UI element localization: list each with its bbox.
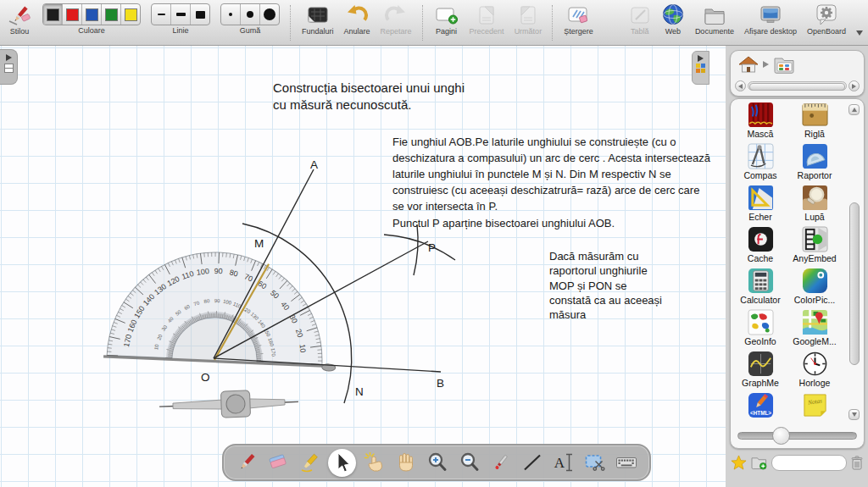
library-item-echer[interactable]: Echer bbox=[733, 185, 787, 226]
scroll-left-button[interactable] bbox=[735, 80, 746, 91]
show-desktop-button[interactable]: Afișare desktop bbox=[744, 3, 797, 36]
colorpicker-icon bbox=[802, 268, 828, 294]
tool-marker[interactable] bbox=[297, 450, 322, 475]
tool-eraser[interactable] bbox=[265, 450, 291, 475]
documents-folder-icon bbox=[702, 3, 727, 26]
library-item-cache[interactable]: Cache bbox=[733, 226, 787, 268]
web-mode-button[interactable]: Web bbox=[661, 3, 685, 36]
tool-capture[interactable] bbox=[582, 450, 608, 475]
scroll-track[interactable] bbox=[748, 81, 847, 91]
library-item-raportor[interactable]: Raportor bbox=[787, 143, 842, 185]
color-swatch-red[interactable] bbox=[63, 4, 82, 25]
line-tool-icon bbox=[521, 451, 543, 473]
zoom-out-icon bbox=[459, 451, 481, 473]
tool-pen[interactable] bbox=[234, 450, 259, 475]
scroll-thumb[interactable] bbox=[749, 83, 845, 91]
icon-size-slider-thumb[interactable] bbox=[772, 427, 790, 445]
web-mode-label: Web bbox=[665, 27, 681, 36]
library-scroll-thumb[interactable] bbox=[849, 202, 860, 365]
tool-interact[interactable] bbox=[362, 450, 387, 475]
home-icon[interactable] bbox=[738, 55, 759, 74]
previous-page-button[interactable]: Precedent bbox=[470, 3, 504, 36]
line-width-thick[interactable] bbox=[191, 4, 209, 25]
library-item-calculator[interactable]: Calculator bbox=[733, 268, 787, 309]
scroll-right-button[interactable] bbox=[849, 80, 860, 91]
toolbar-collapse-caret[interactable] bbox=[856, 30, 863, 36]
calculator-icon bbox=[748, 268, 774, 294]
pages-button[interactable]: Pagini bbox=[434, 3, 459, 36]
line-width-thin[interactable] bbox=[152, 4, 171, 25]
icon-size-slider[interactable] bbox=[737, 432, 857, 440]
library-item-horloge[interactable]: Horloge bbox=[787, 351, 842, 392]
tool-keyboard[interactable] bbox=[614, 450, 639, 475]
new-folder-icon[interactable] bbox=[751, 456, 767, 470]
color-swatch-green[interactable] bbox=[102, 4, 121, 25]
library-panel: Mască Riglă bbox=[730, 98, 865, 449]
cache-icon bbox=[748, 226, 774, 252]
interactivities-folder-icon[interactable] bbox=[773, 55, 795, 74]
erase-content-icon bbox=[566, 3, 590, 26]
favorites-star-icon[interactable] bbox=[731, 455, 747, 471]
library-drawer-tab[interactable] bbox=[692, 51, 709, 85]
html-widget-icon: <HTML> bbox=[748, 392, 774, 418]
expand-right-icon bbox=[698, 55, 704, 62]
desktop-monitor-icon bbox=[758, 3, 783, 26]
tool-zoom-out[interactable] bbox=[457, 450, 482, 475]
tool-text[interactable]: A bbox=[551, 450, 576, 475]
library-item-lupa[interactable]: Lupă bbox=[787, 185, 842, 226]
erase-content-label: Ștergere bbox=[564, 27, 593, 36]
tool-zoom-in[interactable] bbox=[425, 450, 450, 475]
library-item-masca[interactable]: Mască bbox=[733, 102, 787, 143]
library-item-compas[interactable]: Compas bbox=[733, 143, 787, 185]
marker-icon bbox=[298, 451, 320, 473]
undo-button[interactable]: Anulare bbox=[344, 3, 370, 36]
library-scroll-down-button[interactable] bbox=[849, 409, 860, 420]
color-swatch-blue[interactable] bbox=[82, 4, 102, 25]
previous-page-icon bbox=[476, 3, 498, 26]
breadcrumb-chevron-icon bbox=[763, 61, 769, 68]
library-item-colorpicker[interactable]: ColorPic... bbox=[787, 268, 842, 309]
eraser-small[interactable] bbox=[221, 4, 241, 25]
zoom-in-icon bbox=[426, 451, 448, 473]
horloge-icon bbox=[802, 351, 828, 377]
color-swatch-yellow[interactable] bbox=[121, 4, 140, 25]
erase-content-button[interactable]: Ștergere bbox=[564, 3, 593, 36]
tool-laser[interactable] bbox=[488, 450, 514, 475]
lupa-icon bbox=[802, 185, 828, 211]
documents-button[interactable]: Documente bbox=[695, 3, 734, 36]
echer-icon bbox=[748, 185, 774, 211]
text-tool-icon: A bbox=[554, 453, 573, 472]
tool-line[interactable] bbox=[520, 450, 545, 475]
backgrounds-button[interactable]: Fundaluri bbox=[302, 3, 334, 36]
next-page-button[interactable]: Următor bbox=[515, 3, 542, 36]
line-width-medium[interactable] bbox=[171, 4, 191, 25]
tool-selector[interactable] bbox=[328, 449, 356, 477]
eraser-size-group: Gumă bbox=[220, 3, 280, 35]
openboard-menu-button[interactable]: OpenBoard bbox=[807, 3, 846, 36]
board-mode-button[interactable]: Tablă bbox=[629, 3, 651, 36]
next-page-icon bbox=[517, 3, 539, 26]
library-item-rigla[interactable]: Riglă bbox=[787, 102, 842, 143]
raportor-icon bbox=[802, 143, 828, 169]
library-item-notas[interactable]: Notas bbox=[787, 392, 842, 434]
pages-label: Pagini bbox=[436, 27, 457, 36]
color-swatch-black[interactable] bbox=[43, 4, 63, 25]
trash-icon[interactable] bbox=[851, 456, 863, 470]
library-item-anyembed[interactable]: AnyEmbed bbox=[787, 226, 842, 268]
stylus-toolbar: A bbox=[222, 444, 651, 481]
redo-button[interactable]: Repetare bbox=[381, 3, 412, 36]
library-item-geoinfo[interactable]: GeoInfo bbox=[733, 309, 787, 351]
eraser-large[interactable] bbox=[260, 4, 279, 25]
page-navigator-tab[interactable] bbox=[0, 49, 18, 85]
library-item-googlemaps[interactable]: GoogleM... bbox=[787, 309, 842, 351]
tool-hand[interactable] bbox=[393, 450, 419, 475]
openboard-gear-icon bbox=[815, 3, 838, 26]
library-scroll-up-button[interactable] bbox=[849, 104, 860, 115]
previous-page-label: Precedent bbox=[470, 27, 504, 36]
magic-finger-icon bbox=[364, 451, 386, 473]
expand-right-icon bbox=[6, 54, 12, 61]
eraser-medium[interactable] bbox=[241, 4, 260, 25]
library-search-input[interactable] bbox=[771, 455, 847, 471]
stylus-tool-button[interactable]: Stilou bbox=[7, 3, 32, 36]
library-item-graphme[interactable]: GraphMe bbox=[733, 351, 787, 392]
